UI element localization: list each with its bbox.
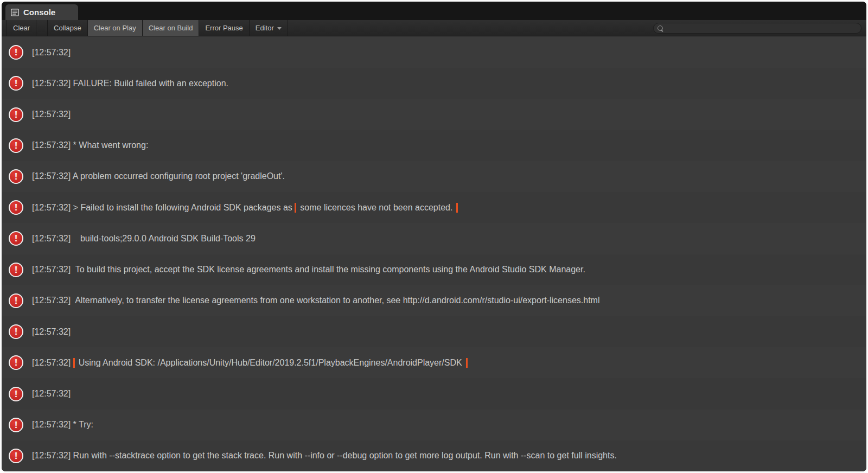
clear-button-label: Clear	[13, 24, 30, 32]
clear-button[interactable]: Clear	[7, 20, 36, 36]
error-icon: !	[9, 45, 23, 60]
log-message: [12:57:32] * What went wrong:	[32, 140, 148, 150]
console-log-entry[interactable]: ![12:57:32] > Failed to install the foll…	[2, 192, 866, 223]
log-message: [12:57:32]	[32, 48, 71, 57]
search-input[interactable]	[668, 24, 861, 32]
console-log-entry[interactable]: ![12:57:32] FAILURE: Build failed with a…	[2, 68, 866, 99]
collapse-toggle-label: Collapse	[54, 24, 81, 32]
console-log-entry[interactable]: ![12:57:32] To build this project, accep…	[2, 254, 866, 285]
console-toolbar: Clear Collapse Clear on Play Clear on Bu…	[2, 20, 866, 36]
error-pause-toggle[interactable]: Error Pause	[199, 20, 249, 36]
error-icon: !	[9, 231, 23, 246]
console-log-entry[interactable]: ![12:57:32] Run with --stacktrace option…	[2, 440, 866, 471]
log-message: [12:57:32] FAILURE: Build failed with an…	[32, 79, 228, 88]
error-icon: !	[9, 107, 23, 122]
log-timestamp: [12:57:32]	[32, 79, 71, 88]
log-timestamp: [12:57:32]	[32, 140, 71, 150]
error-icon: !	[9, 263, 23, 277]
log-message: [12:57:32]	[32, 389, 71, 399]
clear-on-build-label: Clear on Build	[149, 24, 193, 32]
editor-dropdown[interactable]: Editor	[250, 20, 288, 36]
log-message: [12:57:32] Run with --stacktrace option …	[32, 451, 617, 461]
annotation-highlight-box: Using Android SDK: /Applications/Unity/H…	[73, 358, 468, 368]
error-icon: !	[9, 387, 23, 401]
editor-dropdown-label: Editor	[256, 24, 274, 32]
log-message: [12:57:32] A problem occurred configurin…	[32, 171, 285, 181]
error-icon: !	[9, 169, 23, 184]
console-window: Console Clear Collapse Clear on Play Cle…	[0, 0, 868, 473]
log-timestamp: [12:57:32]	[32, 203, 71, 212]
log-message: [12:57:32] build-tools;29.0.0 Android SD…	[32, 234, 256, 244]
error-icon: !	[9, 355, 23, 370]
error-icon: !	[9, 200, 23, 215]
error-icon: !	[9, 76, 23, 91]
log-message: [12:57:32]	[32, 110, 71, 119]
tab-console[interactable]: Console	[5, 4, 78, 20]
log-message: [12:57:32] * Try:	[32, 420, 93, 430]
console-log-entry[interactable]: ![12:57:32] A problem occurred configuri…	[2, 161, 866, 192]
tab-label: Console	[23, 8, 55, 17]
console-log-entry[interactable]: ![12:57:32]	[2, 378, 866, 409]
log-timestamp: [12:57:32]	[32, 48, 71, 57]
annotation-highlight-box: some licences have not been accepted.	[295, 203, 458, 213]
error-icon: !	[9, 324, 23, 339]
console-search	[653, 23, 861, 34]
log-message: [12:57:32] Alternatively, to transfer th…	[32, 296, 599, 305]
error-icon: !	[9, 293, 23, 308]
log-timestamp: [12:57:32]	[32, 420, 71, 429]
tab-bar: Console	[2, 2, 866, 20]
error-pause-label: Error Pause	[205, 24, 242, 32]
console-list: ![12:57:32]![12:57:32] FAILURE: Build fa…	[2, 37, 866, 471]
log-message: [12:57:32] To build this project, accept…	[32, 265, 585, 274]
search-icon	[658, 25, 664, 32]
console-log-entry[interactable]: ![12:57:32] Using Android SDK: /Applicat…	[2, 347, 866, 378]
log-timestamp: [12:57:32]	[32, 358, 71, 367]
log-message: [12:57:32]	[32, 327, 71, 337]
console-log-entry[interactable]: ![12:57:32]	[2, 99, 866, 130]
chevron-down-icon	[277, 27, 282, 30]
log-timestamp: [12:57:32]	[32, 451, 71, 460]
log-timestamp: [12:57:32]	[32, 234, 71, 243]
console-icon	[11, 9, 19, 16]
screen: Console Clear Collapse Clear on Play Cle…	[0, 0, 868, 473]
log-timestamp: [12:57:32]	[32, 389, 71, 398]
toolbar-spacer	[36, 20, 42, 36]
collapse-toggle[interactable]: Collapse	[47, 20, 88, 36]
log-timestamp: [12:57:32]	[32, 110, 71, 119]
console-log-entry[interactable]: ![12:57:32] build-tools;29.0.0 Android S…	[2, 223, 866, 254]
error-icon: !	[9, 449, 23, 463]
console-log-entry[interactable]: ![12:57:32] * Try:	[2, 410, 866, 440]
console-log-entry[interactable]: ![12:57:32] Alternatively, to transfer t…	[2, 285, 866, 316]
log-timestamp: [12:57:32]	[32, 296, 71, 305]
log-timestamp: [12:57:32]	[32, 171, 71, 181]
clear-on-play-toggle[interactable]: Clear on Play	[88, 20, 143, 36]
console-log-entry[interactable]: ![12:57:32]	[2, 316, 866, 347]
clear-on-build-toggle[interactable]: Clear on Build	[143, 20, 200, 36]
log-message: [12:57:32] > Failed to install the follo…	[32, 203, 458, 213]
log-timestamp: [12:57:32]	[32, 265, 71, 274]
error-icon: !	[9, 138, 23, 153]
log-message: [12:57:32] Using Android SDK: /Applicati…	[32, 358, 468, 368]
console-log-entry[interactable]: ![12:57:32] * What went wrong:	[2, 130, 866, 161]
error-icon: !	[9, 418, 23, 432]
log-timestamp: [12:57:32]	[32, 327, 71, 336]
console-log-entry[interactable]: ![12:57:32]	[2, 37, 866, 68]
clear-on-play-label: Clear on Play	[94, 24, 136, 32]
